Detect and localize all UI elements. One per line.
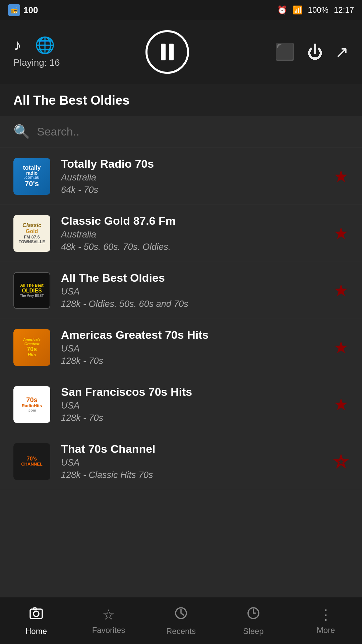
nav-recents[interactable]: Recents [145, 601, 217, 641]
battery-label: 100% [308, 5, 328, 15]
station-name: That 70s Channel [61, 442, 327, 455]
bottom-nav: Home ☆ Favorites Recents Sleep ⋮ More [0, 597, 362, 644]
search-input[interactable] [37, 125, 349, 138]
app-icon: 📻 [8, 4, 20, 16]
pause-bar-right [169, 44, 174, 60]
station-logo: America's Greatest 70s Hits [13, 329, 50, 366]
station-country: USA [61, 343, 327, 354]
pause-button[interactable] [145, 30, 189, 74]
station-favorite-star[interactable]: ★ [334, 395, 349, 414]
nav-more-label: More [317, 626, 335, 635]
station-item[interactable]: 70s RadioHits .com San Franciscos 70s Hi… [0, 376, 362, 433]
station-info: San Franciscos 70s Hits USA 128k - 70s [61, 385, 327, 423]
station-name: Americas Greatest 70s Hits [61, 328, 327, 341]
nav-home[interactable]: Home [0, 601, 72, 641]
station-item[interactable]: All The Best OLDIES The Very BEST All Th… [0, 262, 362, 319]
time-label: 12:17 [334, 5, 354, 15]
nav-favorites[interactable]: ☆ Favorites [72, 602, 145, 640]
station-country: USA [61, 400, 327, 411]
station-country: USA [61, 286, 327, 297]
svg-rect-0 [30, 609, 42, 619]
stop-icon[interactable]: ⬛ [275, 43, 295, 61]
station-list: totally radio .com.au 70's Totally Radio… [0, 148, 362, 597]
station-bitrate: 48k - 50s. 60s. 70s. Oldies. [61, 242, 327, 252]
search-icon: 🔍 [13, 124, 30, 140]
more-dots-icon: ⋮ [319, 606, 333, 623]
share-icon[interactable]: ↗ [335, 43, 349, 61]
station-info: Americas Greatest 70s Hits USA 128k - 70… [61, 328, 327, 366]
nav-favorites-label: Favorites [92, 626, 125, 635]
status-bar: 📻 100 ⏰ 📶 100% 12:17 [0, 0, 362, 20]
signal-number: 100 [23, 5, 38, 15]
station-country: USA [61, 458, 327, 468]
station-item[interactable]: totally radio .com.au 70's Totally Radio… [0, 148, 362, 205]
station-country: Australia [61, 229, 327, 240]
station-logo: Classic Gold FM 87.6 TOWNSVILLE [13, 215, 50, 252]
nav-home-label: Home [25, 627, 47, 636]
playing-label: Playing: 16 [13, 57, 60, 68]
player-left-icons: ♪ 🌐 [13, 36, 55, 55]
player-right: ⬛ ⏻ ↗ [275, 43, 349, 61]
station-logo: 70s RadioHits .com [13, 386, 50, 423]
favorites-star-icon: ☆ [102, 606, 115, 623]
station-item[interactable]: Classic Gold FM 87.6 TOWNSVILLE Classic … [0, 205, 362, 262]
station-bitrate: 128k - Oldies. 50s. 60s and 70s [61, 299, 327, 309]
station-item[interactable]: 70's CHANNEL That 70s Channel USA 128k -… [0, 433, 362, 490]
pause-bar-left [161, 44, 166, 60]
globe-icon[interactable]: 🌐 [35, 36, 55, 55]
player-header: ♪ 🌐 Playing: 16 ⬛ ⏻ ↗ [0, 20, 362, 84]
station-info: All The Best Oldies USA 128k - Oldies. 5… [61, 271, 327, 309]
now-playing-title: All The Best Oldies [13, 93, 129, 107]
station-name: All The Best Oldies [61, 271, 327, 284]
nav-sleep-label: Sleep [243, 627, 263, 636]
station-logo: totally radio .com.au 70's [13, 158, 50, 195]
sleep-clock-icon [246, 606, 261, 624]
station-bitrate: 128k - 70s [61, 356, 327, 366]
station-bitrate: 128k - Classic Hits 70s [61, 470, 327, 480]
station-logo: 70's CHANNEL [13, 443, 50, 480]
music-note-icon: ♪ [13, 36, 21, 55]
station-info: Totally Radio 70s Australia 64k - 70s [61, 157, 327, 195]
station-country: Australia [61, 172, 327, 183]
station-logo: All The Best OLDIES The Very BEST [13, 272, 50, 309]
svg-point-1 [34, 611, 39, 616]
station-info: Classic Gold 87.6 Fm Australia 48k - 50s… [61, 214, 327, 252]
station-name: Classic Gold 87.6 Fm [61, 214, 327, 227]
nav-recents-label: Recents [166, 627, 196, 636]
status-right: ⏰ 📶 100% 12:17 [277, 5, 354, 15]
station-name: San Franciscos 70s Hits [61, 385, 327, 398]
power-icon[interactable]: ⏻ [307, 43, 323, 61]
nav-sleep[interactable]: Sleep [217, 601, 290, 641]
pause-icon [161, 44, 174, 60]
station-bitrate: 64k - 70s [61, 185, 327, 195]
wifi-icon: 📶 [293, 5, 303, 15]
content-area: ♪ 🌐 Playing: 16 ⬛ ⏻ ↗ All The Best Oldie… [0, 20, 362, 597]
station-name: Totally Radio 70s [61, 157, 327, 170]
recents-history-icon [174, 606, 188, 624]
station-item[interactable]: America's Greatest 70s Hits Americas Gre… [0, 319, 362, 376]
now-playing-title-section: All The Best Oldies [0, 84, 362, 116]
station-favorite-star[interactable]: ★ [334, 167, 349, 186]
station-info: That 70s Channel USA 128k - Classic Hits… [61, 442, 327, 480]
home-camera-icon [29, 606, 44, 624]
alarm-icon: ⏰ [277, 5, 287, 15]
nav-more[interactable]: ⋮ More [290, 602, 362, 640]
status-left: 📻 100 [8, 4, 38, 16]
station-favorite-star[interactable]: ★ [334, 281, 349, 300]
station-favorite-star[interactable]: ★ [334, 224, 349, 243]
player-left: ♪ 🌐 Playing: 16 [13, 36, 60, 68]
station-favorite-star[interactable]: ★ [334, 338, 349, 357]
search-bar: 🔍 [0, 116, 362, 148]
station-favorite-star[interactable]: ☆ [334, 452, 349, 471]
station-bitrate: 128k - 70s [61, 413, 327, 423]
